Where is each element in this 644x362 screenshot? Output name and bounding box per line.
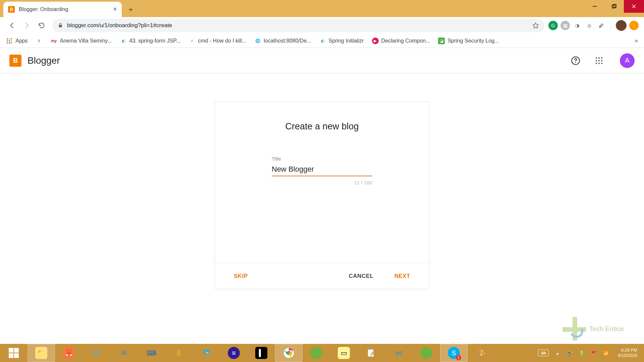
svg-point-13 xyxy=(9,42,10,44)
bookmark-item[interactable]: 🌐 localhost:8080/De... xyxy=(254,38,311,44)
title-field: Title 11 / 100 xyxy=(272,156,372,185)
minimize-button[interactable] xyxy=(585,0,604,13)
windows-taskbar: 📁 🦊 ⓔ ✉ ⌨ 🛢 🐬 ≡ ▍ ▭ 📝 ⋈ S1 🎨 ⌨ ▴ 🔊 🔋 🚩 📶… xyxy=(0,344,644,362)
window-close-button[interactable] xyxy=(624,0,644,13)
svg-point-19 xyxy=(601,57,602,58)
svg-point-16 xyxy=(575,62,576,63)
taskbar-firefox-icon[interactable]: 🦊 xyxy=(55,344,83,362)
extension-icon[interactable]: ◑ xyxy=(573,21,582,30)
title-input[interactable] xyxy=(272,164,372,176)
window-controls xyxy=(585,0,644,13)
taskbar-skype-icon[interactable]: S1 xyxy=(440,344,468,362)
cancel-button[interactable]: CANCEL xyxy=(347,273,376,280)
tray-keyboard-icon[interactable]: ⌨ xyxy=(538,350,549,356)
watermark-logo-icon xyxy=(562,317,586,341)
new-tab-button[interactable]: ＋ xyxy=(124,3,137,16)
taskbar-terminal-icon[interactable]: ▍ xyxy=(248,344,275,362)
system-tray: ⌨ ▴ 🔊 🔋 🚩 📶 8:28 PM 6/10/2020 xyxy=(535,348,644,359)
taskbar-app-icon[interactable]: 🐬 xyxy=(193,344,220,362)
apps-shortcut[interactable]: Apps xyxy=(6,38,28,44)
svg-rect-26 xyxy=(9,348,13,353)
svg-point-20 xyxy=(596,60,597,61)
browser-titlebar: B Blogger: Onboarding ✕ ＋ xyxy=(0,0,644,17)
extension-icon[interactable]: ↑ xyxy=(629,21,639,30)
bookmark-item[interactable]: ▶ Declaring Compon... xyxy=(372,38,430,44)
forward-button[interactable] xyxy=(20,19,34,32)
bookmark-favicon: ◐ xyxy=(120,38,127,44)
bookmark-item[interactable]: ≡ cmd - How do I kill... xyxy=(189,38,246,44)
bookmark-item[interactable]: ◐ 43. spring-form JSP... xyxy=(120,38,181,44)
card-actions: SKIP CANCEL NEXT xyxy=(215,263,429,289)
extension-icon[interactable]: ▦ xyxy=(560,21,570,30)
bookmark-item[interactable]: 🕯 xyxy=(36,38,42,44)
svg-point-14 xyxy=(11,42,12,44)
tray-flag-icon[interactable]: 🚩 xyxy=(590,350,597,356)
bookmark-item[interactable]: ◐ Spring Initializr xyxy=(319,38,364,44)
bookmark-item[interactable]: ◪ Spring Security Log... xyxy=(438,38,499,44)
extension-icon[interactable]: ◎ xyxy=(585,21,594,30)
taskbar-spring-icon[interactable] xyxy=(303,344,330,362)
bookmark-label: Declaring Compon... xyxy=(381,38,430,44)
tray-volume-icon[interactable]: 🔊 xyxy=(566,350,573,356)
reload-button[interactable] xyxy=(35,19,48,32)
url-text: blogger.com/u/1/onboarding?pli=1#create xyxy=(67,22,528,29)
taskbar-paint-icon[interactable]: 🎨 xyxy=(468,344,495,362)
start-button[interactable] xyxy=(0,344,28,362)
taskbar-chrome-icon[interactable] xyxy=(275,344,303,362)
tab-favicon: B xyxy=(8,6,15,13)
blogger-app-name: Blogger xyxy=(28,55,60,66)
account-avatar[interactable]: A xyxy=(620,53,635,68)
browser-toolbar: blogger.com/u/1/onboarding?pli=1#create … xyxy=(0,17,644,34)
bookmark-label: localhost:8080/De... xyxy=(264,38,311,44)
taskbar-ie-icon[interactable]: ⓔ xyxy=(83,344,110,362)
svg-point-24 xyxy=(598,62,600,64)
avatar-letter: A xyxy=(625,57,629,64)
back-button[interactable] xyxy=(5,19,19,32)
close-tab-icon[interactable]: ✕ xyxy=(113,7,117,12)
chrome-profile-avatar[interactable] xyxy=(616,20,627,31)
browser-tab[interactable]: B Blogger: Onboarding ✕ xyxy=(3,2,122,17)
taskbar-notes-icon[interactable]: ▭ xyxy=(330,344,358,362)
bookmark-favicon: 🌐 xyxy=(254,38,261,44)
skip-button[interactable]: SKIP xyxy=(232,273,250,280)
bookmark-label: Apps xyxy=(15,38,28,44)
taskbar-notepadpp-icon[interactable]: 📝 xyxy=(358,344,385,362)
bookmark-label: 43. spring-form JSP... xyxy=(129,38,181,44)
tray-date: 6/10/2020 xyxy=(618,353,637,358)
taskbar-thunderbird-icon[interactable]: ✉ xyxy=(110,344,138,362)
taskbar-app-icon[interactable]: ⌨ xyxy=(138,344,165,362)
bookmark-favicon: ▶ xyxy=(372,38,379,44)
taskbar-spring-icon[interactable] xyxy=(413,344,440,362)
eyedropper-icon[interactable] xyxy=(597,21,606,30)
bookmark-label: Anema Villa Seminy... xyxy=(60,38,112,44)
apps-grid-icon xyxy=(6,38,13,44)
bookmark-favicon: 🕯 xyxy=(36,38,42,44)
tray-battery-icon[interactable]: 🔋 xyxy=(578,350,585,356)
bookmark-label: Spring Security Log... xyxy=(447,38,499,44)
tray-chevron-icon[interactable]: ▴ xyxy=(554,350,561,356)
svg-point-17 xyxy=(596,57,597,58)
taskbar-file-explorer-icon[interactable]: 📁 xyxy=(28,344,55,362)
taskbar-vscode-icon[interactable]: ⋈ xyxy=(385,344,413,362)
bookmarks-overflow-icon[interactable]: » xyxy=(635,37,638,44)
help-icon[interactable] xyxy=(569,54,582,67)
bookmark-item[interactable]: my Anema Villa Seminy... xyxy=(50,38,112,44)
next-button[interactable]: NEXT xyxy=(392,273,412,280)
svg-point-12 xyxy=(7,42,8,44)
tray-clock[interactable]: 8:28 PM 6/10/2020 xyxy=(614,348,641,359)
bookmark-star-icon[interactable] xyxy=(532,22,539,29)
address-bar[interactable]: blogger.com/u/1/onboarding?pli=1#create xyxy=(52,19,544,32)
taskbar-eclipse-icon[interactable]: ≡ xyxy=(220,344,248,362)
char-counter: 11 / 100 xyxy=(272,180,372,185)
tray-time: 8:28 PM xyxy=(618,348,637,353)
google-apps-icon[interactable] xyxy=(592,54,606,67)
maximize-button[interactable] xyxy=(604,0,624,13)
taskbar-app-icon[interactable]: 🛢 xyxy=(165,344,193,362)
tray-network-icon[interactable]: 📶 xyxy=(602,350,609,356)
bookmark-label: cmd - How do I kill... xyxy=(198,38,246,44)
bookmark-favicon: my xyxy=(50,38,57,44)
field-label: Title xyxy=(272,156,372,162)
card-title: Create a new blog xyxy=(233,121,411,132)
extension-icon[interactable]: G xyxy=(548,21,558,30)
bookmark-favicon: ◐ xyxy=(319,38,326,44)
